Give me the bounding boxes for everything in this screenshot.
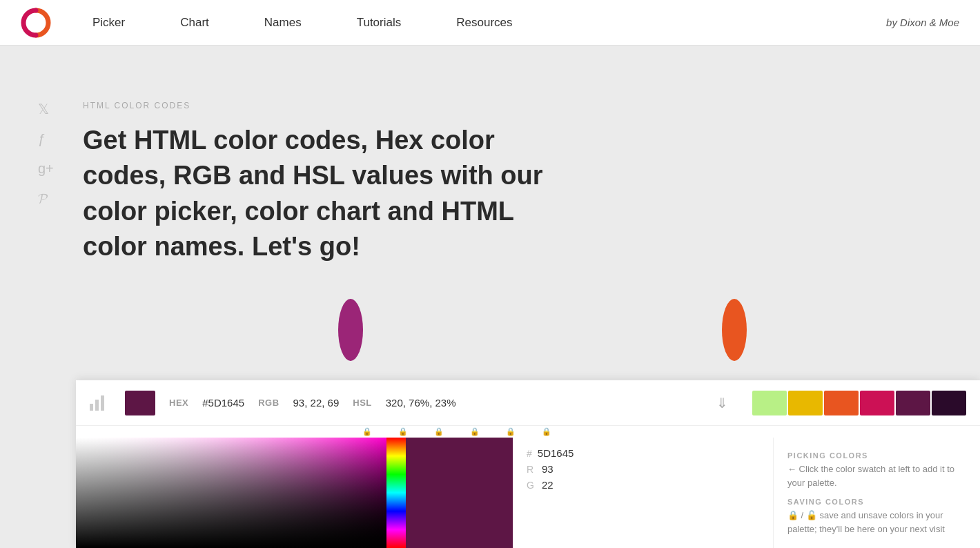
navigation: Picker Chart Names Tutorials Resources b… [0,0,980,46]
hsl-value: 320, 76%, 23% [386,397,456,409]
logo-icon[interactable] [21,8,51,38]
hex-value: #5D1645 [202,397,244,409]
nav-tutorials[interactable]: Tutorials [357,16,402,30]
picking-colors-title: PICKING COLORS [787,451,966,460]
palette-swatch-0[interactable] [752,391,787,415]
hero-label: HTML COLOR CODES [83,101,897,110]
info-panel: PICKING COLORS ← Click the color swatch … [773,438,980,548]
download-icon[interactable]: ⇓ [716,395,728,411]
bar-chart-icon[interactable] [90,395,104,411]
hsl-label: HSL [353,398,372,408]
rgb-label: RGB [258,398,279,408]
palette-label-1: 🔒 [386,427,420,436]
svg-point-1 [32,19,39,26]
rgb-value: 93, 22, 69 [293,397,340,409]
color-picker-panel: HEX #5D1645 RGB 93, 22, 69 HSL 320, 76%,… [76,380,980,548]
g-value: 22 [542,479,553,491]
nav-resources[interactable]: Resources [456,16,512,30]
color-gradient[interactable] [76,438,386,548]
hero-title: Get HTML color codes, Hex color codes, R… [83,123,580,264]
ring-purple-icon [338,299,363,361]
googleplus-icon[interactable]: g+ [38,161,54,177]
palette-swatch-2[interactable] [824,391,859,415]
nav-links: Picker Chart Names Tutorials Resources [92,16,886,30]
g-label: G [527,480,536,491]
palette-label-5: 🔒 [529,427,564,436]
hex-row: # 5D1645 [527,447,759,459]
nav-credit: by Dixon & Moe [886,17,959,28]
main-color-swatch[interactable] [125,391,155,415]
hero-section: 𝕏 ƒ g+ 𝓟 HTML COLOR CODES Get HTML color… [0,46,980,402]
color-hex-value: 5D1645 [538,447,574,459]
twitter-icon[interactable]: 𝕏 [38,101,54,117]
selected-color-box[interactable] [406,438,513,548]
nav-chart[interactable]: Chart [180,16,209,30]
picker-area: # 5D1645 R 93 G 22 PICKING COLORS ← Clic… [76,438,980,548]
r-value: 93 [542,463,553,475]
g-row: G 22 [527,479,759,491]
palette-label-0: 🔒 [350,427,384,436]
hue-strip[interactable] [386,438,406,548]
nav-picker[interactable]: Picker [92,16,125,30]
hex-label: HEX [169,398,188,408]
palette-swatch-1[interactable] [788,391,823,415]
palette-swatch-5[interactable] [932,391,966,415]
nav-names[interactable]: Names [264,16,302,30]
r-row: R 93 [527,463,759,475]
palette-label-4: 🔒 [493,427,528,436]
palette-label-2: 🔒 [422,427,456,436]
ring-orange-icon [722,299,747,361]
palette-swatches [752,391,966,415]
hash-symbol: # [527,448,532,459]
palette-swatch-3[interactable] [860,391,894,415]
saving-colors-text: 🔒 / 🔓 save and unsave colors in your pal… [787,509,966,536]
pinterest-icon[interactable]: 𝓟 [38,190,54,206]
palette-swatch-4[interactable] [896,391,930,415]
palette-label-3: 🔒 [458,427,492,436]
facebook-icon[interactable]: ƒ [38,131,54,147]
toolbar: HEX #5D1645 RGB 93, 22, 69 HSL 320, 76%,… [76,380,980,426]
picking-colors-text: ← Click the color swatch at left to add … [787,462,966,489]
saving-colors-title: SAVING COLORS [787,498,966,506]
r-label: R [527,464,536,475]
section-icons-row [83,285,897,361]
color-values-panel: # 5D1645 R 93 G 22 [513,438,773,548]
palette-labels-row: 🔒 🔒 🔒 🔒 🔒 🔒 [76,426,980,438]
social-icons: 𝕏 ƒ g+ 𝓟 [38,101,54,206]
